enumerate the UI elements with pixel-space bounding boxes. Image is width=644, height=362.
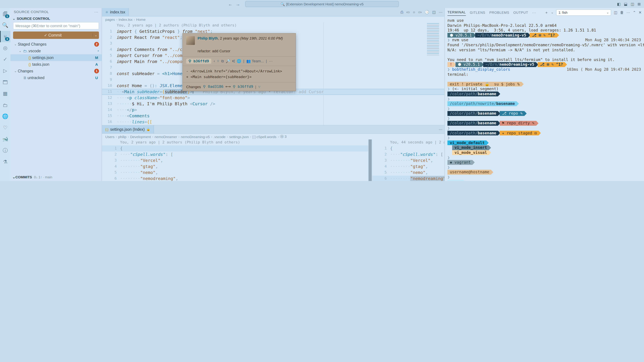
breadcrumb[interactable]: Users›philip›Development›nemoDreamer›nem…: [102, 134, 444, 140]
more-actions-icon[interactable]: ···: [94, 10, 98, 14]
maximize-panel-icon[interactable]: ⌃: [633, 10, 636, 14]
source-control-icon[interactable]: ⑂3: [0, 31, 10, 42]
popup-action-icon[interactable]: ‹: [214, 59, 215, 63]
code-line[interactable]: 3········"Vercel",: [372, 158, 444, 164]
code-line[interactable]: 1{: [372, 145, 444, 151]
code-line[interactable]: 2····"cSpell.words": [: [372, 151, 444, 158]
remote-explorer-icon[interactable]: 🗔: [0, 76, 10, 88]
sha-from-link[interactable]: ⚲ 0ad3186: [203, 84, 224, 89]
tab-index-tsx[interactable]: ⚛ index.tsx: [102, 8, 129, 16]
diff-original-pane[interactable]: You, 2 years ago | 2 authors (Philip Bly…: [102, 139, 368, 181]
tab-terminal[interactable]: TERMINAL: [448, 9, 466, 16]
tab-settings-json-index[interactable]: {;} settings.json (Index) 🔒: [102, 125, 154, 133]
source-control-section-header[interactable]: ⌄ SOURCE CONTROL: [10, 15, 102, 21]
gitlens-icon[interactable]: ◎: [0, 42, 10, 54]
split-editor-icon[interactable]: ◫: [631, 2, 634, 6]
commit-dot-icon[interactable]: ○: [413, 10, 415, 14]
commit-message-input[interactable]: Message (⌘Enter to commit on "main"): [13, 22, 99, 29]
tab-output[interactable]: OUTPUT: [513, 9, 528, 15]
code-line[interactable]: 4········"gtag",: [102, 164, 368, 170]
code-line[interactable]: 6········"nemodreaming",: [102, 176, 368, 181]
history-icon[interactable]: 🕓: [425, 10, 429, 14]
more-tabs-icon[interactable]: ···: [532, 9, 536, 15]
split-editor-icon[interactable]: ◫: [432, 10, 436, 14]
code-line[interactable]: 2····"cSpell.words": [: [102, 151, 368, 158]
live-share-icon[interactable]: 🌐: [0, 111, 10, 122]
popup-changes-row: Changes ⚲ 0ad3186 ⟷ ⚲ b36ffd9 | ⑂: [183, 82, 296, 91]
popup-action-icon[interactable]: 🔎: [226, 59, 230, 63]
explorer-icon[interactable]: 🗐1: [0, 8, 10, 19]
code-line[interactable]: 4········"gtag",: [372, 164, 444, 170]
commit-sha-pill[interactable]: ⚲ b36ffd9: [186, 59, 211, 64]
new-terminal-icon[interactable]: ＋: [544, 10, 548, 15]
extensions-icon[interactable]: ▦: [0, 88, 10, 99]
terminal-body[interactable]: nvm useDarwin Philips-MacBook-Pro-2.loca…: [445, 17, 644, 181]
checklist-icon[interactable]: ✓: [0, 54, 10, 65]
popup-action-icon[interactable]: ⑆: [232, 59, 234, 63]
popup-action-icon[interactable]: ···: [269, 59, 272, 63]
tree-item-untracked[interactable]: 🗎untrackedU: [10, 74, 102, 81]
toggle-panel-icon[interactable]: ⬓: [624, 2, 628, 6]
code-line[interactable]: 14····</p>: [102, 107, 444, 113]
code-line[interactable]: 13······$ Hi, I'm Philip Blyth <Cursor /…: [102, 101, 444, 107]
diff-left-scrollbar[interactable]: [368, 139, 372, 181]
run-debug-icon[interactable]: ▷: [0, 65, 10, 76]
next-change-icon[interactable]: ○›: [418, 10, 422, 14]
popup-action-icon[interactable]: |: [243, 59, 244, 63]
author-link[interactable]: Philip Blyth: [198, 36, 218, 40]
code-line[interactable]: 1{: [102, 145, 368, 151]
code-line[interactable]: 3········"Vercel",: [102, 158, 368, 164]
terminal-line: nvm use: [448, 18, 642, 23]
tree-item-settings-json[interactable]: {}settings.jsonM: [10, 54, 102, 61]
docker-icon[interactable]: 🐋: [0, 133, 10, 145]
popup-action-icon[interactable]: |: [266, 59, 267, 63]
minimap[interactable]: [427, 23, 439, 55]
terminal-select[interactable]: 1: fish⌄: [556, 9, 611, 15]
print-icon[interactable]: ⎙: [400, 10, 404, 14]
more-actions-icon[interactable]: ···: [626, 10, 630, 14]
heart-icon[interactable]: ♡: [0, 122, 10, 133]
terminal-line: /color/path/basename✦ repo_staged ⊟: [448, 131, 642, 135]
prev-change-icon[interactable]: ‹○: [406, 10, 410, 14]
folder-library-icon[interactable]: 🗀: [0, 99, 10, 111]
tree-item-tasks-json[interactable]: {}tasks.jsonA: [10, 61, 102, 68]
code-line[interactable]: 16······lines={[: [102, 119, 444, 125]
close-panel-icon[interactable]: ✕: [639, 10, 642, 14]
kill-terminal-icon[interactable]: 🗑: [620, 10, 624, 14]
code-line[interactable]: 6········"nemodreaming",: [372, 176, 444, 181]
testing-icon[interactable]: ⚗: [0, 156, 10, 168]
info-icon[interactable]: ⓘ: [0, 145, 10, 156]
tree-item-staged-changes[interactable]: ⌄Staged Changes2: [10, 41, 102, 48]
tree-item--vscode[interactable]: ⌄🗀.vscode•: [10, 48, 102, 54]
command-center[interactable]: 🔍 [Extension Development Host] nemoDream…: [245, 1, 399, 7]
split-terminal-icon[interactable]: ◫: [614, 10, 617, 14]
code-line[interactable]: 12····<p className="font-mono">: [102, 95, 444, 101]
diff-modified-pane[interactable]: You, 44 seconds ago | 2 authors (Philip …: [372, 139, 444, 181]
forward-icon[interactable]: →: [236, 1, 240, 6]
breadcrumb[interactable]: pages›index.tsx›Home: [102, 16, 444, 22]
tree-item-changes[interactable]: ⌄Changes1: [10, 68, 102, 74]
commits-header[interactable]: ⌄COMMITS0↓ 1↑ · main: [10, 174, 102, 180]
terminal-panel: TERMINAL GITLENS PROBLEMS OUTPUT ··· ＋ ⌄…: [444, 8, 644, 181]
more-actions-icon[interactable]: ···: [439, 10, 442, 14]
back-icon[interactable]: ←: [228, 1, 232, 6]
terminal-dropdown-icon[interactable]: ⌄: [551, 11, 554, 14]
code-line[interactable]: 15····<Comments: [102, 113, 444, 119]
commit-row[interactable]: ⑆Visualize commits on the Commit Graph ✨: [10, 180, 102, 181]
popup-action-icon[interactable]: ⑂: [217, 59, 219, 63]
tab-problems[interactable]: PROBLEMS: [489, 9, 509, 15]
toggle-sidebar-icon[interactable]: ◧: [617, 2, 620, 6]
customize-layout-icon[interactable]: ⊞: [638, 2, 641, 6]
commit-button[interactable]: ✓ Commit ⌄: [13, 31, 99, 39]
tab-gitlens[interactable]: GITLENS: [470, 9, 485, 15]
code-line[interactable]: 5········"nemo",: [372, 170, 444, 176]
sha-to-link[interactable]: ⚲ b36ffd9: [233, 84, 253, 89]
code-line[interactable]: 5········"nemo",: [102, 170, 368, 176]
commit-dropdown-icon[interactable]: ⌄: [92, 33, 99, 37]
popup-action-icon[interactable]: 🌐: [237, 59, 241, 63]
popup-action-icon[interactable]: 👥 Team...: [246, 59, 264, 63]
popup-action-icon[interactable]: ⧉: [221, 59, 224, 63]
search-icon[interactable]: 🔍: [0, 19, 10, 31]
compare-icon[interactable]: ⑂: [258, 85, 260, 89]
more-actions-icon[interactable]: ···: [439, 127, 442, 131]
